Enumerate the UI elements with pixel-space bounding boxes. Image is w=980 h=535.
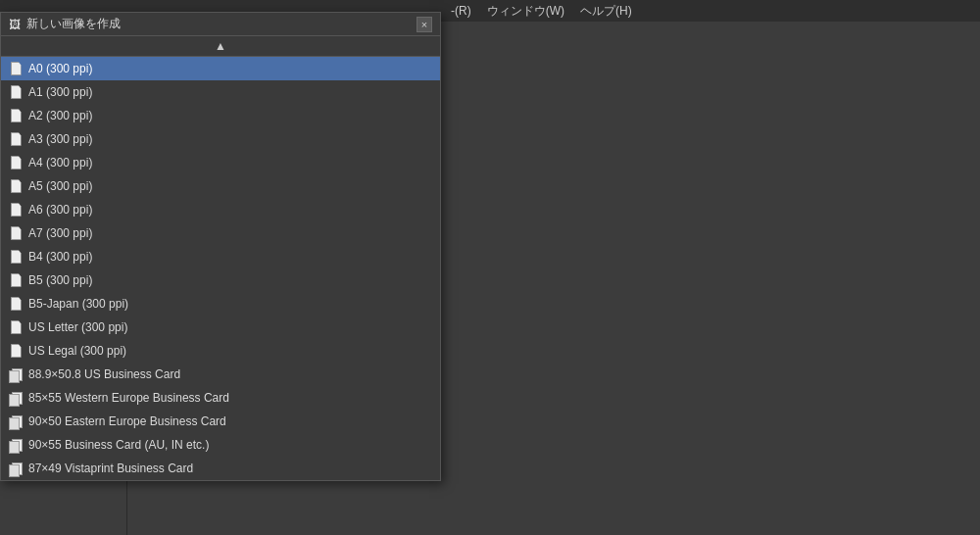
menu-item-r[interactable]: -(R) bbox=[451, 4, 471, 18]
dropdown-item[interactable]: A6 (300 ppi) bbox=[1, 198, 440, 221]
multipage-icon bbox=[9, 366, 23, 382]
dropdown-item-label: A1 (300 ppi) bbox=[28, 85, 92, 99]
dropdown-item-label: A4 (300 ppi) bbox=[28, 156, 92, 170]
dropdown-item-label: 88.9×50.8 US Business Card bbox=[28, 367, 180, 381]
dropdown-item[interactable]: 90×50 Eastern Europe Business Card bbox=[1, 410, 440, 433]
scroll-up-button[interactable]: ▲ bbox=[1, 36, 440, 57]
dropdown-item[interactable]: A7 (300 ppi) bbox=[1, 221, 440, 245]
dropdown-item[interactable]: 90×55 Business Card (AU, IN etc.) bbox=[1, 433, 440, 457]
page-icon bbox=[9, 84, 23, 100]
dropdown-item[interactable]: A3 (300 ppi) bbox=[1, 127, 440, 151]
dropdown-item-label: B4 (300 ppi) bbox=[28, 250, 92, 264]
page-icon bbox=[9, 178, 23, 194]
dialog-title-area: 🖼 新しい画像を作成 bbox=[9, 16, 121, 32]
dropdown-item[interactable]: 85×55 Western Europe Business Card bbox=[1, 386, 440, 410]
page-icon bbox=[9, 61, 23, 76]
dropdown-item-label: B5-Japan (300 ppi) bbox=[28, 297, 128, 311]
dropdown-item-label: A6 (300 ppi) bbox=[28, 203, 92, 217]
dropdown-item-label: 90×55 Business Card (AU, IN etc.) bbox=[28, 438, 209, 452]
dropdown-item-label: 85×55 Western Europe Business Card bbox=[28, 391, 229, 405]
dropdown-list[interactable]: A0 (300 ppi)A1 (300 ppi)A2 (300 ppi)A3 (… bbox=[1, 57, 440, 480]
multipage-icon bbox=[9, 390, 23, 406]
dropdown-item[interactable]: A5 (300 ppi) bbox=[1, 174, 440, 198]
dropdown-item-label: 87×49 Vistaprint Business Card bbox=[28, 462, 193, 475]
dropdown-item-label: A0 (300 ppi) bbox=[28, 62, 92, 75]
dropdown-item[interactable]: B4 (300 ppi) bbox=[1, 245, 440, 268]
multipage-icon bbox=[9, 461, 23, 476]
dropdown-item[interactable]: A2 (300 ppi) bbox=[1, 104, 440, 127]
menu-item-window[interactable]: ウィンドウ(W) bbox=[487, 3, 564, 20]
template-dropdown: ▲ A0 (300 ppi)A1 (300 ppi)A2 (300 ppi)A3… bbox=[1, 36, 440, 480]
dropdown-item-label: A7 (300 ppi) bbox=[28, 226, 92, 240]
dropdown-item-label: 90×50 Eastern Europe Business Card bbox=[28, 414, 226, 428]
page-icon bbox=[9, 319, 23, 335]
dropdown-item-label: US Legal (300 ppi) bbox=[28, 344, 126, 358]
dropdown-item-label: US Letter (300 ppi) bbox=[28, 320, 127, 334]
dropdown-item[interactable]: B5 (300 ppi) bbox=[1, 268, 440, 292]
page-icon bbox=[9, 155, 23, 170]
page-icon bbox=[9, 108, 23, 123]
dropdown-item[interactable]: A1 (300 ppi) bbox=[1, 80, 440, 104]
page-icon bbox=[9, 272, 23, 288]
dropdown-item[interactable]: B5-Japan (300 ppi) bbox=[1, 292, 440, 316]
page-icon bbox=[9, 225, 23, 241]
dropdown-item[interactable]: A4 (300 ppi) bbox=[1, 151, 440, 174]
page-icon bbox=[9, 131, 23, 147]
dropdown-item[interactable]: 87×49 Vistaprint Business Card bbox=[1, 457, 440, 480]
new-image-dialog: 🖼 新しい画像を作成 × ▲ A0 (300 ppi)A1 (300 ppi)A… bbox=[0, 12, 441, 481]
page-icon bbox=[9, 249, 23, 265]
page-icon bbox=[9, 202, 23, 218]
multipage-icon bbox=[9, 437, 23, 453]
dropdown-item-label: A2 (300 ppi) bbox=[28, 109, 92, 122]
dialog-title-icon: 🖼 bbox=[9, 18, 21, 31]
dialog-title-text: 新しい画像を作成 bbox=[26, 16, 121, 32]
dropdown-item-label: A3 (300 ppi) bbox=[28, 132, 92, 146]
dropdown-item-label: A5 (300 ppi) bbox=[28, 179, 92, 193]
dialog-titlebar[interactable]: 🖼 新しい画像を作成 × bbox=[1, 13, 440, 36]
dropdown-item[interactable]: A0 (300 ppi) bbox=[1, 57, 440, 80]
page-icon bbox=[9, 296, 23, 312]
dropdown-item[interactable]: US Legal (300 ppi) bbox=[1, 339, 440, 363]
page-icon bbox=[9, 343, 23, 359]
multipage-icon bbox=[9, 413, 23, 429]
dropdown-item[interactable]: 88.9×50.8 US Business Card bbox=[1, 363, 440, 386]
dropdown-item[interactable]: US Letter (300 ppi) bbox=[1, 316, 440, 339]
dialog-close-button[interactable]: × bbox=[416, 17, 432, 32]
dropdown-item-label: B5 (300 ppi) bbox=[28, 273, 92, 287]
menu-item-help[interactable]: ヘルプ(H) bbox=[580, 3, 632, 20]
